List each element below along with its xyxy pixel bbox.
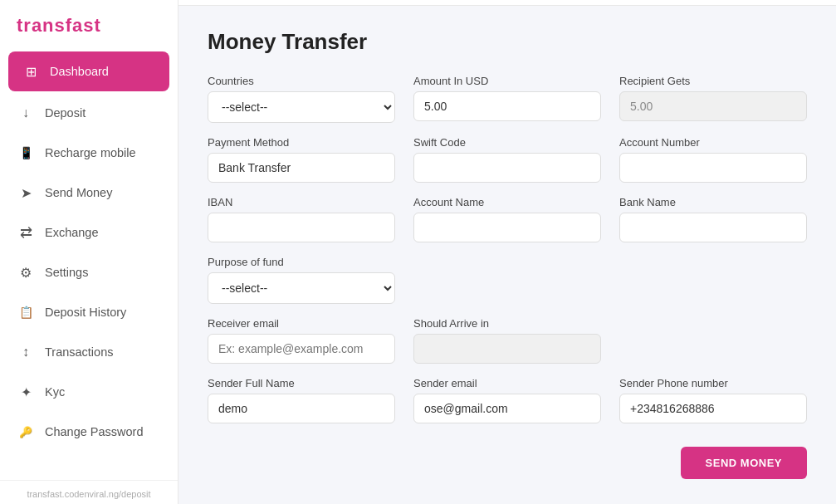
bank-name-input[interactable] [619, 213, 807, 242]
purpose-group: Purpose of fund --select-- [208, 256, 395, 304]
money-transfer-form: Countries --select-- Amount In USD Recip… [208, 75, 807, 479]
sidebar-item-send-money[interactable]: Send Money [0, 173, 178, 213]
form-container: Money Transfer Countries --select-- Amou… [178, 6, 836, 504]
payment-method-label: Payment Method [208, 136, 395, 149]
empty-group [413, 256, 807, 304]
sidebar-label-transactions: Transactions [45, 345, 113, 359]
sidebar-label-kyc: Kyc [45, 385, 65, 399]
transactions-icon [17, 343, 35, 361]
swift-code-label: Swift Code [413, 136, 601, 149]
countries-label: Countries [208, 75, 395, 87]
dashboard-icon [22, 62, 40, 81]
top-bar [178, 0, 836, 6]
iban-input[interactable] [208, 213, 395, 242]
sidebar: transfast Dashboard Deposit Recharge mob… [0, 0, 178, 504]
iban-group: IBAN [208, 196, 395, 242]
sidebar-footer: transfast.codenviral.ng/deposit [0, 480, 178, 504]
amount-group: Amount In USD [413, 75, 601, 123]
bank-name-group: Bank Name [619, 196, 807, 242]
kyc-icon [17, 383, 35, 401]
sidebar-label-dashboard: Dashboard [50, 65, 109, 78]
send-money-button[interactable]: SEND MONEY [681, 447, 807, 479]
sender-email-input[interactable] [413, 394, 601, 423]
sidebar-label-send-money: Send Money [45, 186, 112, 199]
send-btn-row: SEND MONEY [208, 440, 807, 479]
recipient-wrapper [619, 91, 807, 121]
send-icon [17, 183, 35, 202]
recipient-label: Recipient Gets [619, 75, 807, 87]
recharge-icon [17, 144, 35, 162]
sidebar-item-settings[interactable]: Settings [0, 252, 178, 292]
sender-name-label: Sender Full Name [208, 377, 395, 389]
sidebar-label-change-password: Change Password [45, 425, 144, 438]
payment-method-input[interactable] [208, 153, 395, 183]
brand-highlight: fast [66, 15, 101, 36]
should-arrive-group: Should Arrive in [413, 317, 601, 364]
settings-icon [17, 263, 35, 281]
sender-email-group: Sender email [413, 377, 601, 423]
account-name-input[interactable] [413, 213, 601, 242]
recipient-group: Recipient Gets [619, 75, 807, 123]
sender-email-label: Sender email [413, 377, 601, 389]
account-name-label: Account Name [413, 196, 601, 208]
swift-code-input[interactable] [413, 153, 601, 183]
countries-select[interactable]: --select-- [208, 91, 395, 123]
sender-name-group: Sender Full Name [208, 377, 395, 423]
exchange-icon [17, 223, 35, 242]
sender-name-input[interactable] [208, 394, 395, 423]
receiver-email-group: Receiver email [208, 317, 395, 364]
deposit-icon [17, 104, 35, 122]
payment-method-group: Payment Method [208, 136, 395, 183]
sidebar-item-deposit-history[interactable]: Deposit History [0, 292, 178, 332]
swift-code-group: Swift Code [413, 136, 601, 183]
sidebar-item-kyc[interactable]: Kyc [0, 372, 178, 412]
amount-wrapper [413, 91, 601, 121]
account-number-group: Account Number [619, 136, 807, 183]
sidebar-label-exchange: Exchange [45, 226, 99, 239]
main-content: Money Transfer Countries --select-- Amou… [178, 0, 836, 504]
should-arrive-input [413, 334, 601, 364]
account-number-input[interactable] [619, 153, 807, 183]
should-arrive-label: Should Arrive in [413, 317, 601, 330]
amount-label: Amount In USD [413, 75, 601, 87]
receiver-email-input[interactable] [208, 334, 395, 364]
account-name-group: Account Name [413, 196, 601, 242]
sidebar-item-deposit[interactable]: Deposit [0, 93, 178, 133]
purpose-select[interactable]: --select-- [208, 272, 395, 304]
sidebar-item-recharge[interactable]: Recharge mobile [0, 133, 178, 173]
sidebar-nav: Dashboard Deposit Recharge mobile Send M… [0, 50, 178, 480]
sidebar-label-settings: Settings [45, 266, 88, 279]
sidebar-item-dashboard[interactable]: Dashboard [8, 51, 169, 91]
brand-prefix: trans [17, 15, 66, 36]
sidebar-label-deposit: Deposit [45, 106, 86, 120]
sidebar-label-deposit-history: Deposit History [45, 306, 126, 319]
footer-url: transfast.codenviral.ng/deposit [27, 489, 150, 499]
sender-phone-input[interactable] [619, 394, 807, 423]
empty-group2 [619, 317, 807, 364]
account-number-label: Account Number [619, 136, 807, 149]
countries-group: Countries --select-- [208, 75, 395, 123]
page-title: Money Transfer [208, 29, 807, 55]
purpose-label: Purpose of fund [208, 256, 395, 268]
sender-phone-group: Sender Phone number [619, 377, 807, 423]
sender-phone-label: Sender Phone number [619, 377, 807, 389]
history-icon [17, 303, 35, 321]
receiver-email-label: Receiver email [208, 317, 395, 330]
amount-input[interactable] [413, 91, 601, 121]
password-icon [17, 423, 35, 441]
sidebar-item-exchange[interactable]: Exchange [0, 213, 178, 252]
bank-name-label: Bank Name [619, 196, 807, 208]
sidebar-item-transactions[interactable]: Transactions [0, 332, 178, 372]
brand-logo: transfast [0, 0, 178, 50]
sidebar-item-change-password[interactable]: Change Password [0, 412, 178, 452]
sidebar-label-recharge: Recharge mobile [45, 146, 136, 159]
iban-label: IBAN [208, 196, 395, 208]
recipient-input [619, 91, 807, 121]
